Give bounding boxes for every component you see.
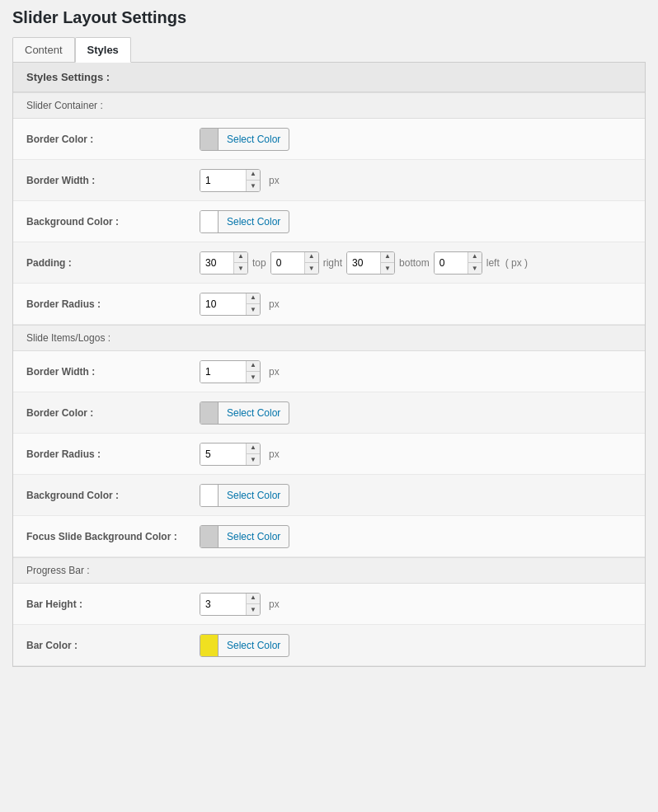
slide-border-color-button[interactable]: Select Color <box>200 401 289 425</box>
padding-right-input[interactable] <box>271 251 304 275</box>
bar-height-input[interactable] <box>200 593 246 616</box>
padding-top-up[interactable]: ▲ <box>234 251 247 263</box>
slide-border-radius-px: px <box>269 448 280 460</box>
padding-control: ▲ ▼ top ▲ ▼ right ▲ ▼ <box>200 251 632 275</box>
focus-background-color-control: Select Color <box>200 525 632 548</box>
slide-border-radius-spinner: ▲ ▼ <box>246 443 260 466</box>
slide-border-width-spinner: ▲ ▼ <box>246 360 260 383</box>
background-color-label: Background Color : <box>26 216 200 228</box>
padding-bottom-up[interactable]: ▲ <box>381 251 394 263</box>
border-width-down[interactable]: ▼ <box>247 181 260 192</box>
slide-border-radius-row: Border Radius : ▲ ▼ px <box>13 434 645 475</box>
padding-left-wrap: ▲ ▼ <box>434 251 482 275</box>
progress-bar-header: Progress Bar : <box>13 557 645 584</box>
border-color-button[interactable]: Select Color <box>200 128 289 151</box>
padding-left-label: left <box>486 257 500 269</box>
slide-border-width-label: Border Width : <box>26 366 200 378</box>
focus-background-color-swatch <box>200 525 219 548</box>
bar-height-control: ▲ ▼ px <box>200 593 632 616</box>
border-width-row: Border Width : ▲ ▼ px <box>13 160 645 201</box>
border-color-btn-label: Select Color <box>219 134 289 145</box>
slide-background-color-control: Select Color <box>200 484 632 507</box>
border-width-up[interactable]: ▲ <box>247 169 260 181</box>
focus-background-color-row: Focus Slide Background Color : Select Co… <box>13 516 645 557</box>
bar-height-px: px <box>269 598 280 610</box>
border-width-spinner: ▲ ▼ <box>246 169 260 192</box>
border-color-control: Select Color <box>200 128 632 151</box>
bar-height-row: Bar Height : ▲ ▼ px <box>13 584 645 625</box>
bar-color-button[interactable]: Select Color <box>200 634 289 657</box>
slide-border-radius-up[interactable]: ▲ <box>247 443 260 454</box>
padding-left-spinner: ▲ ▼ <box>468 251 482 275</box>
page-wrapper: Slider Layout Settings Content Styles St… <box>0 0 658 675</box>
tab-content[interactable]: Content <box>12 37 75 62</box>
slide-border-width-row: Border Width : ▲ ▼ px <box>13 351 645 392</box>
slide-border-color-row: Border Color : Select Color <box>13 392 645 434</box>
padding-left-down[interactable]: ▼ <box>468 263 482 275</box>
padding-bottom-down[interactable]: ▼ <box>381 263 394 275</box>
slide-background-color-btn-label: Select Color <box>219 490 289 501</box>
padding-bottom-spinner: ▲ ▼ <box>380 251 394 275</box>
slide-border-width-input[interactable] <box>200 360 246 383</box>
border-radius-px: px <box>269 298 280 310</box>
bar-height-label: Bar Height : <box>26 598 200 610</box>
slide-border-radius-input[interactable] <box>200 443 246 466</box>
border-radius-spinner: ▲ ▼ <box>246 293 260 316</box>
slide-border-radius-down[interactable]: ▼ <box>247 454 260 466</box>
focus-background-color-label: Focus Slide Background Color : <box>26 531 200 542</box>
slide-border-color-control: Select Color <box>200 401 632 425</box>
slide-border-radius-control: ▲ ▼ px <box>200 443 632 466</box>
tabs-bar: Content Styles <box>12 37 646 63</box>
padding-bottom-input[interactable] <box>347 251 380 275</box>
slide-border-radius-input-wrap: ▲ ▼ <box>200 443 261 466</box>
slide-border-color-label: Border Color : <box>26 407 200 419</box>
padding-top-input[interactable] <box>200 251 233 275</box>
bar-height-spinner: ▲ ▼ <box>246 593 260 616</box>
bar-color-btn-label: Select Color <box>219 640 289 651</box>
background-color-control: Select Color <box>200 210 632 233</box>
padding-right-spinner: ▲ ▼ <box>304 251 318 275</box>
padding-right-up[interactable]: ▲ <box>305 251 318 263</box>
padding-right-down[interactable]: ▼ <box>305 263 318 275</box>
slide-background-color-swatch <box>200 484 219 507</box>
slide-background-color-label: Background Color : <box>26 490 200 501</box>
background-color-button[interactable]: Select Color <box>200 210 289 233</box>
border-radius-input[interactable] <box>200 293 246 316</box>
padding-top-spinner: ▲ ▼ <box>233 251 247 275</box>
border-radius-input-wrap: ▲ ▼ <box>200 293 261 316</box>
border-radius-down[interactable]: ▼ <box>247 304 260 316</box>
page-title: Slider Layout Settings <box>12 8 646 27</box>
padding-bottom-wrap: ▲ ▼ <box>346 251 395 275</box>
slide-border-color-swatch <box>200 401 219 425</box>
bar-height-input-wrap: ▲ ▼ <box>200 593 261 616</box>
background-color-swatch <box>200 210 219 233</box>
padding-top-label: top <box>252 257 266 269</box>
border-width-input[interactable] <box>200 169 246 192</box>
border-radius-row: Border Radius : ▲ ▼ px <box>13 284 645 325</box>
border-radius-label: Border Radius : <box>26 298 200 310</box>
padding-left-up[interactable]: ▲ <box>468 251 482 263</box>
bar-color-swatch <box>200 634 219 657</box>
slide-background-color-button[interactable]: Select Color <box>200 484 289 507</box>
border-width-input-wrap: ▲ ▼ <box>200 169 261 192</box>
border-color-swatch <box>200 128 219 151</box>
bar-color-row: Bar Color : Select Color <box>13 625 645 666</box>
tab-styles[interactable]: Styles <box>75 37 131 63</box>
slide-border-width-down[interactable]: ▼ <box>247 372 260 383</box>
slide-border-color-btn-label: Select Color <box>219 407 289 419</box>
padding-note: ( px ) <box>505 257 528 269</box>
border-radius-up[interactable]: ▲ <box>247 293 260 304</box>
bar-height-down[interactable]: ▼ <box>247 604 260 616</box>
padding-left-input[interactable] <box>435 251 468 275</box>
border-radius-control: ▲ ▼ px <box>200 293 632 316</box>
slide-border-width-input-wrap: ▲ ▼ <box>200 360 261 383</box>
bar-height-up[interactable]: ▲ <box>247 593 260 604</box>
bar-color-label: Bar Color : <box>26 640 200 651</box>
padding-label: Padding : <box>26 257 200 269</box>
slide-items-header: Slide Items/Logos : <box>13 325 645 351</box>
slide-border-width-up[interactable]: ▲ <box>247 360 260 372</box>
focus-background-color-button[interactable]: Select Color <box>200 525 289 548</box>
padding-top-down[interactable]: ▼ <box>234 263 247 275</box>
padding-top-wrap: ▲ ▼ <box>200 251 248 275</box>
slide-border-radius-label: Border Radius : <box>26 448 200 460</box>
